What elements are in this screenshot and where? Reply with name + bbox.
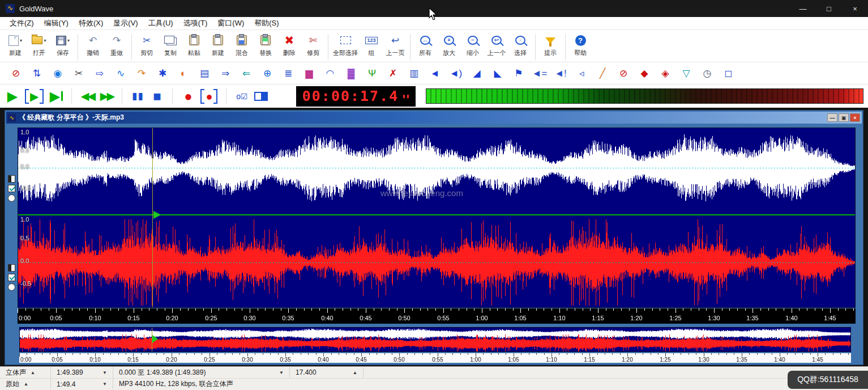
ramp-split-icon[interactable]: Ψ (364, 66, 380, 80)
menu-item[interactable]: 特效(X) (74, 17, 108, 29)
rgb-columns-icon[interactable]: ▥ (406, 66, 422, 80)
cut-button[interactable]: ✂ 剪切 (135, 32, 159, 58)
speaker-alert-icon[interactable]: ◄! (553, 66, 568, 80)
zoom-selection-button[interactable]: ▫ 选择 (508, 32, 532, 58)
volume-speaker-icon[interactable]: ◄ (427, 66, 443, 80)
menu-item[interactable]: 工具(U) (143, 17, 178, 29)
menu-item[interactable]: 窗口(W) (212, 17, 249, 29)
up-arrow-icon[interactable]: ▲ (24, 381, 28, 387)
shape-diamond-icon[interactable]: ◆ (636, 66, 652, 80)
reverse-left-icon[interactable]: ⇐ (238, 66, 254, 80)
menu-item[interactable]: 选项(T) (178, 17, 213, 29)
spectrum-stripes-icon[interactable]: ▆ (301, 66, 317, 80)
menu-item[interactable]: 文件(Z) (5, 17, 39, 29)
dropdown-arrow-icon[interactable]: ▾ (20, 38, 22, 43)
offset-right-icon[interactable]: ⇒ (217, 66, 233, 80)
statusbar-length-short[interactable]: 1:49.4 ▼ (51, 379, 113, 389)
document-close-button[interactable]: × (850, 113, 860, 122)
flanger-fish-icon[interactable]: ◐ (176, 66, 191, 80)
stop-button[interactable]: ■ (150, 88, 164, 105)
cue-check-button[interactable]: o☑ (235, 88, 249, 105)
overview-ruler[interactable] (19, 353, 851, 363)
record-button[interactable]: ● (181, 88, 195, 105)
play-selection-button[interactable]: ▶ (25, 88, 44, 105)
speaker-bars-icon[interactable]: ◄= (532, 66, 548, 80)
wave-shape-icon[interactable]: ∿ (113, 66, 129, 80)
minimize-button[interactable]: — (790, 0, 816, 17)
speech-tip-icon[interactable]: ◻ (720, 66, 736, 80)
up-arrow-icon[interactable]: ▲ (31, 370, 35, 375)
speaker-mini-icon[interactable]: ◃ (574, 66, 589, 80)
channel-mixer-icon[interactable]: ⊕ (259, 66, 275, 80)
insert-arrow-icon[interactable]: ⇨ (92, 66, 108, 80)
up-arrow-icon[interactable]: ▲ (353, 370, 357, 375)
zoom-out-button[interactable]: − 缩小 (461, 32, 485, 58)
equalizer-rainbow-icon[interactable]: ▓ (343, 66, 359, 80)
dropdown-arrow-icon[interactable]: ▼ (102, 381, 107, 387)
dropdown-arrow-icon[interactable]: ▾ (44, 38, 46, 43)
time-ruler[interactable] (18, 308, 856, 324)
document-restore-button[interactable]: ▣ (839, 113, 849, 122)
maximize-button[interactable]: □ (816, 0, 842, 17)
statusbar-attribute[interactable]: 原始 ▲ (0, 379, 51, 389)
zoom-previous-button[interactable]: ↩ 上一个 (485, 32, 508, 58)
mix-button[interactable]: 混合 (230, 32, 254, 58)
save-button[interactable]: ▾ 保存 (51, 32, 75, 58)
cut-silence-icon[interactable]: ✂ (71, 66, 87, 80)
statusbar-position[interactable]: 17.400 ▲ (290, 367, 364, 378)
dynamics-graph-icon[interactable]: ▤ (196, 66, 212, 80)
right-channel-radio[interactable] (8, 283, 15, 291)
paste-new-button[interactable]: 新建 (206, 32, 230, 58)
fade-in-icon[interactable]: ◢ (469, 66, 485, 80)
dropdown-arrow-icon[interactable]: ▼ (279, 370, 284, 375)
waveform-display[interactable] (18, 128, 855, 307)
right-channel-enable-checkbox[interactable] (8, 274, 15, 281)
replace-button[interactable]: 替换 (254, 32, 277, 58)
new-button[interactable]: ▾ 新建 (3, 32, 27, 58)
hints-button[interactable]: 提示 (538, 32, 562, 58)
statusbar-length[interactable]: 1:49.389 ▼ (51, 367, 113, 378)
redo-button[interactable]: ↷ 重做 (105, 32, 129, 58)
menu-item[interactable]: 编辑(Y) (39, 17, 74, 29)
help-button[interactable]: ? 帮助 (568, 32, 592, 58)
pause-button[interactable]: ▮▮ (131, 88, 144, 105)
paste-button[interactable]: 粘贴 (182, 32, 206, 58)
trim-button[interactable]: ✄ 修剪 (301, 32, 325, 58)
resample-arch-icon[interactable]: ◠ (322, 66, 338, 80)
set-number-button[interactable]: 123 组 (360, 32, 383, 58)
clock-timer-icon[interactable]: ◷ (699, 66, 715, 80)
document-titlebar[interactable]: ∿ 《 经典藏歌 分享平台 》-天际.mp3 — ▣ × (6, 112, 862, 124)
right-channel-mix-icon[interactable] (8, 264, 15, 272)
previous-page-button[interactable]: ↩ 上一页 (383, 32, 407, 58)
speaker-loud-icon[interactable]: ◄) (448, 66, 464, 80)
overview-display[interactable] (20, 328, 850, 351)
marker-flag-icon[interactable]: ⚑ (511, 66, 527, 80)
noise-gate-x-icon[interactable]: ✗ (385, 66, 401, 80)
select-all-button[interactable]: 全部选择 (331, 32, 360, 58)
fast-forward-button[interactable]: ▶▶ (100, 88, 113, 105)
rewind-button[interactable]: ◀◀ (80, 88, 94, 105)
left-channel-radio[interactable] (8, 194, 15, 202)
mute-forbid-icon[interactable]: ⊘ (8, 66, 24, 80)
document-minimize-button[interactable]: — (827, 113, 837, 122)
doppler-sphere-icon[interactable]: ◉ (50, 66, 66, 80)
zoom-all-button[interactable]: ↔ 所有 (413, 32, 437, 58)
filter-sliders-icon[interactable]: ≣ (280, 66, 296, 80)
menu-item[interactable]: 显示(V) (108, 17, 143, 29)
dropdown-arrow-icon[interactable]: ▼ (102, 370, 107, 375)
record-selection-button[interactable]: ● (200, 88, 217, 105)
open-button[interactable]: ▾ 打开 (27, 32, 51, 58)
dropdown-arrow-icon[interactable]: ▾ (67, 38, 70, 43)
monitor-display-button[interactable] (254, 92, 268, 101)
mechanize-star-icon[interactable]: ✱ (155, 66, 170, 80)
fade-out-icon[interactable]: ◣ (490, 66, 506, 80)
close-button[interactable]: × (842, 0, 868, 17)
no-signal-icon[interactable]: ⊘ (615, 66, 631, 80)
funnel-effect-icon[interactable]: ▽ (678, 66, 694, 80)
statusbar-channel-mode[interactable]: 立体声 ▲ (0, 367, 51, 378)
level-meter[interactable] (426, 88, 863, 104)
play-all-button[interactable]: ▶ (49, 88, 63, 105)
shape-double-diamond-icon[interactable]: ◈ (657, 66, 673, 80)
copy-button[interactable]: 复制 (159, 32, 182, 58)
swap-channels-icon[interactable]: ⇅ (29, 66, 45, 80)
